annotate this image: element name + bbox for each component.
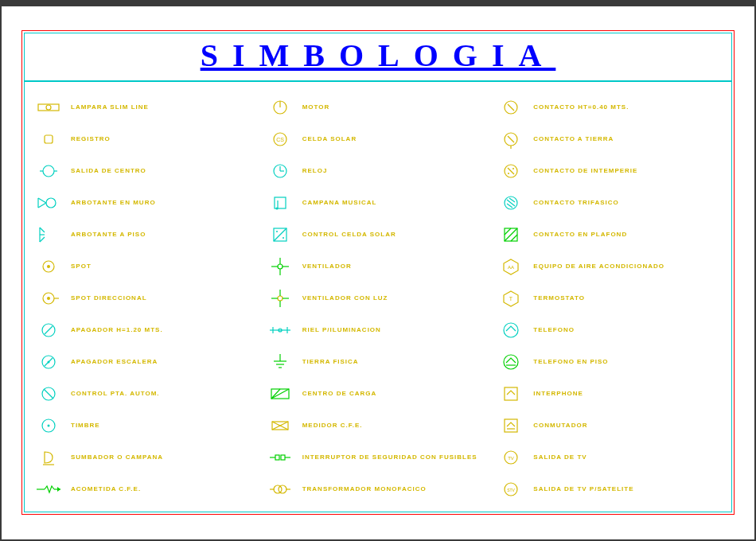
motor-icon — [266, 95, 294, 120]
legend-row: CONTROL PTA. AUTOM. — [34, 378, 263, 410]
legend-label: INTERPHONE — [533, 390, 583, 398]
legend-row: TTERMOSTATO — [497, 282, 725, 314]
contacto-ht-icon — [497, 95, 525, 120]
svg-point-72 — [279, 485, 286, 493]
legend-label: TIMBRE — [71, 422, 100, 430]
svg-line-13 — [40, 237, 45, 242]
legend-row: VENTILADOR — [266, 251, 494, 282]
legend-row: CONTACTO HT=0.40 mts. — [497, 91, 725, 123]
medidor-icon — [266, 413, 294, 438]
legend-label: VENTILADOR — [302, 263, 352, 270]
legend-label: SALIDA DE TV — [533, 453, 586, 461]
apagador-icon — [34, 317, 63, 343]
svg-line-41 — [274, 228, 286, 241]
legend-row: TIMBRE — [34, 410, 263, 442]
legend-label: RELOJ — [302, 167, 328, 175]
legend-row: RIEL P/ILUMINACION — [266, 314, 494, 346]
svg-text:CS: CS — [276, 137, 284, 142]
title-box: SIMBOLOGIA — [24, 33, 732, 81]
legend-title: SIMBOLOGIA — [25, 37, 731, 74]
contacto-tri-icon — [497, 190, 525, 216]
control-pta-icon — [34, 381, 63, 407]
svg-line-89 — [505, 228, 511, 235]
svg-point-71 — [274, 485, 282, 493]
svg-rect-96 — [505, 387, 517, 400]
termostato-icon: T — [497, 286, 525, 311]
svg-point-15 — [47, 265, 50, 268]
transformador-icon — [266, 477, 294, 502]
svg-point-81 — [508, 173, 509, 174]
legend-row: MEDIDOR C.F.E. — [266, 410, 494, 442]
legend-row: TELEFONO EN PISO — [497, 346, 725, 378]
legend-row: TVSALIDA DE TV — [497, 442, 725, 473]
legend-label: ARBOTANTE EN MURO — [71, 199, 156, 207]
legend-row: ACOMETIDA C.F.E. — [34, 473, 263, 505]
ventilador-luz-icon — [266, 286, 294, 311]
legend-label: MOTOR — [302, 103, 330, 111]
telefono-icon — [497, 317, 525, 343]
svg-line-20 — [45, 326, 53, 334]
reloj-icon — [266, 158, 294, 184]
legend-label: CONTACTO DE INTEMPERIE — [533, 167, 637, 175]
page: SIMBOLOGIA LAMPARA SLIM LINEREGISTROSALI… — [2, 6, 754, 539]
legend-row: RELOJ — [266, 155, 494, 187]
svg-line-90 — [511, 235, 517, 241]
svg-point-42 — [276, 231, 278, 232]
legend-label: CONTROL CELDA SOLAR — [302, 231, 396, 239]
legend-row: APAGADOR h=1.20 mts. — [34, 314, 263, 346]
registro-icon — [34, 126, 63, 152]
legend-label: RIEL P/ILUMINACION — [302, 326, 381, 334]
svg-point-23 — [48, 361, 50, 364]
legend-label: TRANSFORMADOR MONOFACICO — [302, 485, 427, 493]
interruptor-icon — [266, 445, 294, 470]
legend-label: LAMPARA SLIM LINE — [71, 103, 149, 111]
contacto-int-icon — [497, 158, 525, 184]
legend-label: APAGADOR h=1.20 mts. — [71, 326, 163, 334]
legend-label: CONMUTADOR — [533, 422, 587, 430]
legend-row: INTERRUPTOR DE SEGURIDAD CON FUSIBLES — [266, 442, 494, 473]
svg-point-39 — [275, 208, 278, 210]
legend-label: INTERRUPTOR DE SEGURIDAD CON FUSIBLES — [302, 453, 477, 461]
interphone-icon — [497, 381, 525, 407]
legend-row: CONTACTO TRIFASICO — [497, 187, 725, 219]
legend-row: ARBOTANTE A PISO — [34, 219, 263, 251]
tierra-icon — [266, 349, 294, 375]
svg-point-93 — [504, 323, 518, 337]
legend-label: ACOMETIDA C.F.E. — [71, 485, 141, 493]
arbotante-piso-icon — [34, 222, 63, 247]
svg-text:TV: TV — [509, 456, 515, 461]
legend-label: SALIDA DE CENTRO — [71, 167, 146, 175]
svg-line-75 — [508, 104, 514, 111]
legend-label: REGISTRO — [71, 135, 111, 143]
legend-label: VENTILADOR CON LUZ — [302, 294, 388, 302]
legend-label: TERMOSTATO — [533, 294, 585, 302]
svg-rect-67 — [275, 455, 279, 460]
svg-point-49 — [278, 296, 283, 301]
svg-point-17 — [47, 297, 50, 300]
centro-carga-icon — [266, 381, 294, 407]
timbre-icon — [34, 413, 63, 438]
svg-point-6 — [46, 198, 56, 208]
legend-label: CELDA SOLAR — [302, 135, 357, 143]
svg-text:STV: STV — [507, 488, 515, 492]
svg-line-64 — [271, 389, 280, 399]
svg-point-43 — [283, 237, 284, 239]
legend-row: TIERRA FISICA — [266, 346, 494, 378]
legend-label: APAGADOR ESCALERA — [71, 358, 158, 366]
legend-row: CSCELDA SOLAR — [266, 123, 494, 155]
legend-row: VENTILADOR CON LUZ — [266, 282, 494, 314]
svg-rect-68 — [281, 455, 285, 460]
svg-point-27 — [48, 425, 50, 427]
svg-text:AA: AA — [508, 265, 514, 270]
legend-row: AAEQUIPO DE AIRE ACONDICIONADO — [497, 251, 725, 282]
svg-line-88 — [505, 228, 517, 241]
legend-row: INTERPHONE — [497, 378, 725, 410]
sumbador-icon — [34, 445, 63, 470]
svg-rect-2 — [45, 135, 53, 143]
legend-row: SALIDA DE CENTRO — [34, 155, 263, 187]
legend-row: REGISTRO — [34, 123, 263, 155]
svg-rect-97 — [505, 419, 517, 432]
salida-centro-icon — [34, 158, 63, 184]
aire-ac-icon: AA — [497, 254, 525, 279]
legend-row: CONTACTO DE INTEMPERIE — [497, 155, 725, 187]
